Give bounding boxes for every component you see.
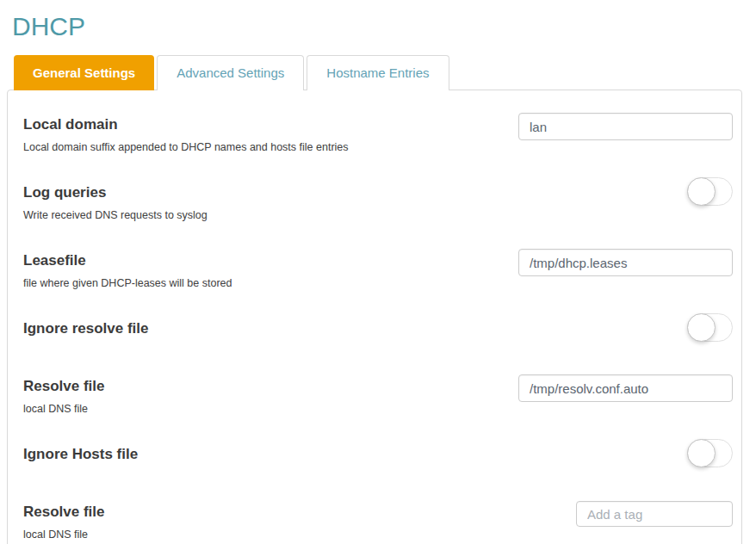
leasefile-description: file where given DHCP-leases will be sto… — [23, 277, 501, 290]
row-text-block: Log queries Write received DNS requests … — [23, 181, 518, 222]
tab-hostname-entries[interactable]: Hostname Entries — [307, 55, 449, 90]
row-control-block — [518, 113, 733, 140]
row-resolve-file: Resolve file local DNS file — [23, 374, 733, 416]
tab-bar: General Settings Advanced Settings Hostn… — [0, 55, 756, 90]
ignore-hosts-file-toggle[interactable] — [687, 439, 733, 467]
local-domain-description: Local domain suffix appended to DHCP nam… — [23, 141, 501, 154]
row-text-block: Resolve file local DNS file — [23, 500, 518, 541]
leasefile-input[interactable] — [518, 249, 733, 276]
row-ignore-hosts-file: Ignore Hosts file — [23, 442, 733, 467]
resolve-file-label: Resolve file — [23, 377, 501, 395]
tab-advanced-settings[interactable]: Advanced Settings — [157, 55, 304, 90]
add-tag-input[interactable] — [576, 501, 733, 527]
log-queries-toggle[interactable] — [687, 177, 733, 206]
row-text-block: Leasefile file where given DHCP-leases w… — [23, 249, 518, 290]
toggle-knob — [687, 313, 716, 342]
resolve-file-description: local DNS file — [23, 403, 501, 416]
local-domain-input[interactable] — [518, 113, 733, 140]
resolve-file-tags-description: local DNS file — [23, 529, 501, 541]
resolve-file-tags-label: Resolve file — [23, 503, 501, 521]
ignore-resolve-file-label: Ignore resolve file — [23, 319, 501, 337]
resolve-file-input[interactable] — [518, 374, 733, 402]
row-control-block — [518, 442, 733, 467]
row-control-block — [518, 181, 733, 206]
ignore-resolve-file-toggle[interactable] — [687, 313, 733, 342]
row-leasefile: Leasefile file where given DHCP-leases w… — [23, 249, 733, 290]
row-control-block — [518, 374, 733, 402]
local-domain-label: Local domain — [23, 115, 501, 133]
toggle-knob — [687, 439, 716, 467]
row-control-block — [518, 500, 733, 527]
row-control-block — [518, 249, 733, 276]
row-text-block: Ignore resolve file — [23, 317, 518, 337]
settings-panel: Local domain Local domain suffix appende… — [7, 90, 742, 544]
log-queries-label: Log queries — [23, 183, 501, 201]
row-text-block: Ignore Hosts file — [23, 442, 518, 463]
row-ignore-resolve-file: Ignore resolve file — [23, 317, 733, 342]
page-title: DHCP — [0, 0, 756, 41]
row-log-queries: Log queries Write received DNS requests … — [23, 181, 733, 222]
row-resolve-file-tags: Resolve file local DNS file — [23, 500, 733, 541]
row-control-block — [518, 317, 733, 342]
row-local-domain: Local domain Local domain suffix appende… — [23, 113, 733, 154]
leasefile-label: Leasefile — [23, 251, 501, 269]
log-queries-description: Write received DNS requests to syslog — [23, 209, 501, 222]
row-text-block: Resolve file local DNS file — [23, 374, 518, 416]
toggle-knob — [687, 177, 716, 206]
row-text-block: Local domain Local domain suffix appende… — [23, 113, 518, 154]
ignore-hosts-file-label: Ignore Hosts file — [23, 445, 501, 463]
tab-general-settings[interactable]: General Settings — [14, 55, 154, 90]
